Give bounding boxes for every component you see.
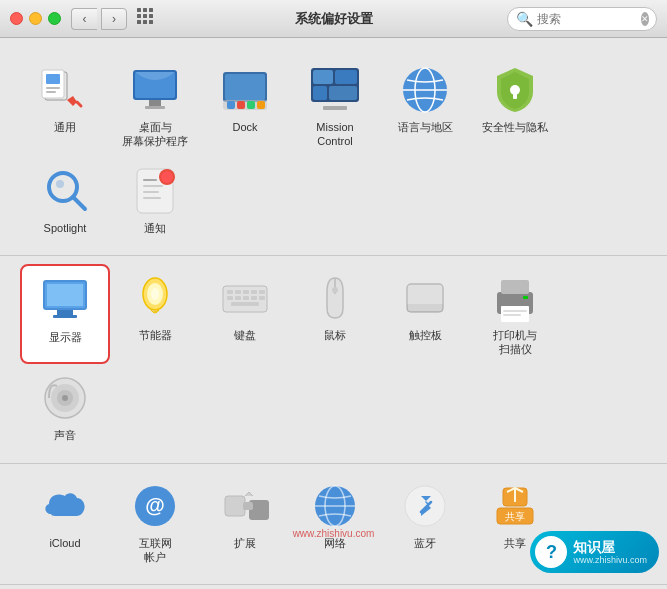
sound-icon [39,372,91,424]
dock-label: Dock [232,120,257,134]
svg-rect-33 [323,106,347,110]
internet-accounts-label: 互联网 帐户 [139,536,172,565]
keyboard-label: 键盘 [234,328,256,342]
svg-rect-74 [501,280,529,294]
icons-grid-hardware: 显示器 节能器 [20,264,647,451]
svg-point-56 [151,288,159,300]
mission-label: Mission Control [316,120,353,149]
extensions-icon [219,480,271,532]
svg-rect-62 [259,290,265,294]
language-label: 语言与地区 [398,120,453,134]
notification-icon [129,165,181,217]
svg-rect-7 [143,20,147,24]
close-button[interactable] [10,12,23,25]
desktop-icon [129,64,181,116]
window-title: 系统偏好设置 [295,10,373,28]
svg-rect-46 [143,185,163,187]
svg-rect-77 [503,314,521,316]
icon-sound[interactable]: 声音 [20,364,110,450]
icon-dock[interactable]: Dock [200,56,290,157]
forward-button[interactable]: › [101,8,127,30]
titlebar-left: ‹ › [10,6,157,32]
svg-rect-14 [46,74,60,84]
security-label: 安全性与隐私 [482,120,548,134]
language-icon [399,64,451,116]
svg-rect-16 [46,91,56,93]
svg-rect-1 [143,8,147,12]
icon-trackpad[interactable]: 触控板 [380,264,470,365]
extensions-label: 扩展 [234,536,256,550]
icon-energy[interactable]: 节能器 [110,264,200,365]
svg-point-41 [56,180,64,188]
watermark-brand: 知识屋 [573,539,647,556]
search-box[interactable]: 🔍 ✕ [507,7,657,31]
mission-icon [309,64,361,116]
svg-rect-61 [251,290,257,294]
svg-text:@: @ [145,494,165,516]
watermark-text: 知识屋 www.zhishivu.com [573,539,647,566]
icon-notification[interactable]: 通知 [110,157,200,243]
icons-grid-personal: 通用 桌面与 屏幕保护程序 [20,56,647,243]
svg-rect-48 [143,197,161,199]
maximize-button[interactable] [48,12,61,25]
svg-rect-27 [257,101,265,109]
icon-desktop[interactable]: 桌面与 屏幕保护程序 [110,56,200,157]
icon-language[interactable]: 语言与地区 [380,56,470,157]
svg-rect-20 [145,106,165,109]
notification-label: 通知 [144,221,166,235]
icloud-icon [39,480,91,532]
bluetooth-label: 蓝牙 [414,536,436,550]
trackpad-icon [399,272,451,324]
svg-rect-15 [46,87,60,89]
icon-general[interactable]: 通用 [20,56,110,157]
svg-rect-32 [329,86,357,100]
svg-rect-30 [335,70,357,84]
icon-security[interactable]: 安全性与隐私 [470,56,560,157]
grid-icon[interactable] [135,6,157,28]
security-icon [489,64,541,116]
icon-keyboard[interactable]: 键盘 [200,264,290,365]
svg-rect-22 [225,74,265,100]
svg-rect-6 [137,20,141,24]
sharing-icon: 共享 [489,480,541,532]
displays-label: 显示器 [49,330,82,344]
mouse-icon [309,272,361,324]
svg-rect-72 [407,304,443,312]
svg-rect-26 [247,101,255,109]
svg-rect-78 [523,296,528,299]
content-area: 通用 桌面与 屏幕保护程序 [0,38,667,589]
icon-mission[interactable]: Mission Control [290,56,380,157]
back-button[interactable]: ‹ [71,8,97,30]
svg-rect-67 [259,296,265,300]
icon-internet-accounts[interactable]: @ 互联网 帐户 [110,472,200,573]
traffic-lights [10,12,61,25]
svg-rect-2 [149,8,153,12]
icon-network[interactable]: 网络 [290,472,380,573]
printer-icon [489,272,541,324]
svg-point-82 [62,395,68,401]
icon-mouse[interactable]: 鼠标 [290,264,380,365]
svg-rect-24 [227,101,235,109]
dock-icon [219,64,271,116]
search-input[interactable] [537,12,637,26]
icon-extensions[interactable]: 扩展 [200,472,290,573]
svg-rect-60 [243,290,249,294]
keyboard-icon [219,272,271,324]
desktop-label: 桌面与 屏幕保护程序 [122,120,188,149]
icon-printer[interactable]: 打印机与 扫描仪 [470,264,560,365]
general-icon [39,64,91,116]
svg-rect-19 [149,100,161,106]
icon-bluetooth[interactable]: 蓝牙 [380,472,470,573]
svg-rect-68 [231,302,259,306]
icon-displays[interactable]: 显示器 [20,264,110,365]
icon-icloud[interactable]: iCloud [20,472,110,573]
icon-spotlight[interactable]: Spotlight [20,157,110,243]
svg-line-40 [73,197,85,209]
mouse-label: 鼠标 [324,328,346,342]
search-clear-button[interactable]: ✕ [641,12,649,26]
svg-rect-29 [313,70,333,84]
svg-rect-0 [137,8,141,12]
svg-rect-31 [313,86,327,100]
icloud-label: iCloud [49,536,80,550]
minimize-button[interactable] [29,12,42,25]
